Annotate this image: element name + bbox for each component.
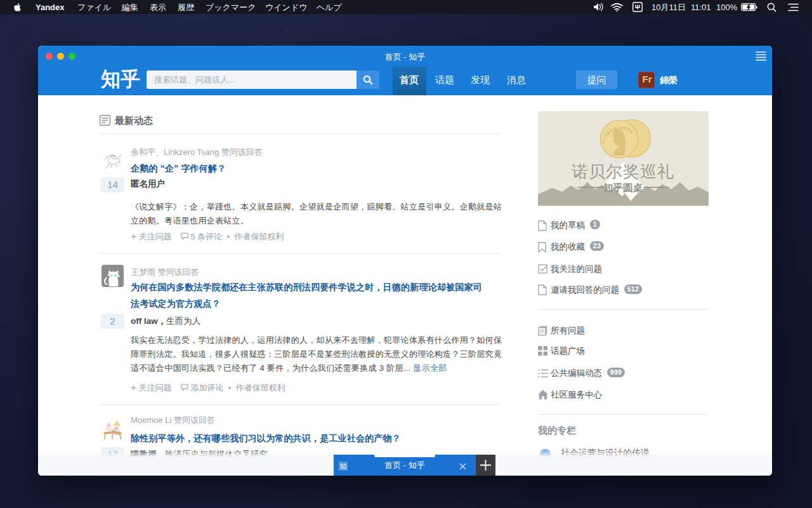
- svg-text:诺贝尔奖巡礼: 诺贝尔奖巡礼: [572, 162, 674, 181]
- svg-text:知乎圆桌: 知乎圆桌: [603, 182, 643, 193]
